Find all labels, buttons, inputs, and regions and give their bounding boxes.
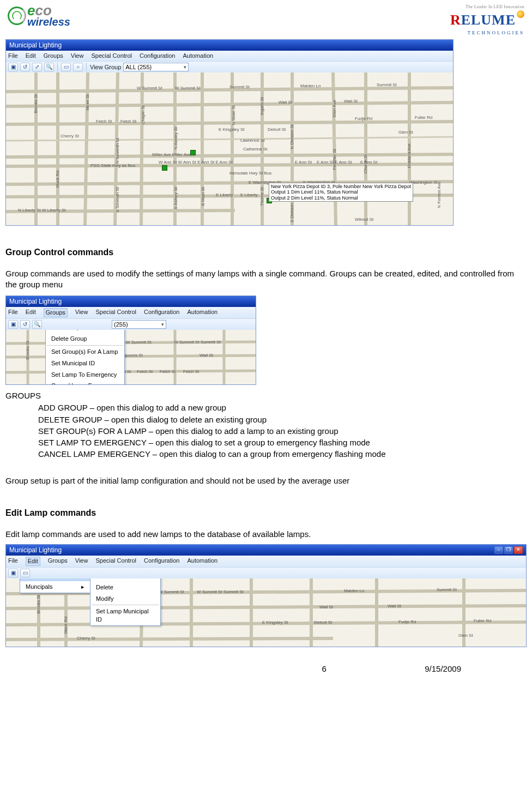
menu-groups[interactable]: Groups: [44, 308, 68, 317]
menu-item-set-lamp-emergency[interactable]: Set Lamp To Emergency: [46, 369, 124, 381]
toolbar: ▣ ▭: [6, 567, 526, 578]
menu-groups[interactable]: Groups: [44, 52, 63, 60]
viewgroup-combo[interactable]: ALL (255): [123, 63, 189, 71]
heading-group-control: Group Control commands: [5, 246, 527, 258]
map-canvas-small[interactable]: W Summit St W Summit St Summit St Spoons…: [6, 330, 256, 384]
body-text: Edit lamp commands are used to add new l…: [5, 529, 527, 540]
tool-icon[interactable]: ▭: [61, 63, 71, 71]
menu-edit[interactable]: Edit: [26, 557, 40, 566]
menu-item-delete-group[interactable]: Delete Group: [46, 333, 124, 345]
submenu-modify[interactable]: Modify: [90, 593, 160, 605]
app-window-groups-menu: Municipal Lighting File Edit Groups View…: [5, 296, 256, 385]
svg-line-3: [6, 154, 453, 157]
menu-automation[interactable]: Automation: [187, 308, 217, 317]
tool-icon[interactable]: ▣: [8, 320, 18, 329]
menubar[interactable]: File Edit Groups View Special Control Co…: [6, 307, 256, 318]
page-footer: 6 9/15/2009: [5, 664, 527, 674]
tool-icon[interactable]: 🔍: [44, 63, 54, 71]
tool-icon[interactable]: 🔍: [32, 320, 42, 329]
svg-line-21: [6, 139, 251, 141]
svg-line-32: [6, 606, 526, 608]
submenu-set-lamp-municipal-id[interactable]: Set Lamp Municipal ID: [90, 606, 160, 625]
svg-line-12: [141, 73, 142, 225]
app-window-edit-menu: Municipal Lighting – ❐ ✕ File Edit Group…: [5, 544, 527, 647]
close-button[interactable]: ✕: [514, 546, 523, 554]
lamp-tooltip: New York Pizza Depot ID 3, Pole Number N…: [269, 183, 413, 202]
menu-file[interactable]: File: [8, 52, 18, 60]
page-number: 6: [322, 664, 326, 674]
list-item: SET GROUP(s) FOR A LAMP – open this dial…: [38, 426, 527, 437]
body-text: Group setup is part of the initial lamp …: [5, 475, 527, 486]
tool-icon[interactable]: ○: [73, 63, 83, 71]
menubar[interactable]: File Edit Groups View Special Control Co…: [6, 51, 453, 61]
page-date: 9/15/2009: [425, 664, 461, 674]
svg-line-1: [6, 102, 453, 106]
menu-file[interactable]: File: [8, 308, 18, 317]
menu-view[interactable]: View: [75, 308, 88, 317]
toolbar: ▣ ↺ 🔍 (255): [6, 318, 256, 330]
menu-view[interactable]: View: [75, 557, 88, 566]
menu-automation[interactable]: Automation: [187, 557, 217, 566]
list-item: CANCEL LAMP EMERGENCY – open this dialog…: [38, 449, 527, 460]
edit-dropdown-menu: Lamps▸ Muncipals▸ Add Delete Modify Set …: [20, 578, 90, 593]
groups-list: ADD GROUP – open this dialog to add a ne…: [38, 402, 527, 460]
lamp-marker[interactable]: [190, 150, 196, 155]
titlebar[interactable]: Municipal Lighting: [6, 296, 256, 307]
menu-file[interactable]: File: [8, 557, 18, 566]
menu-special-control[interactable]: Special Control: [91, 52, 132, 60]
list-item: DELETE GROUP – open this dialog to delet…: [38, 414, 527, 425]
menu-automation[interactable]: Automation: [183, 52, 213, 60]
submenu-delete[interactable]: Delete: [90, 582, 160, 593]
minimize-button[interactable]: –: [494, 546, 503, 554]
menu-view[interactable]: View: [71, 52, 84, 60]
svg-line-2: [6, 122, 453, 124]
menu-edit[interactable]: Edit: [26, 52, 36, 60]
relume-logo: The Leader In LED Innovation RELUME TECH…: [450, 4, 524, 36]
titlebar[interactable]: Municipal Lighting – ❐ ✕: [6, 545, 526, 556]
viewgroup-combo[interactable]: (255): [112, 320, 166, 329]
map-canvas[interactable]: W Summit St W Summit St Summit St Maiden…: [6, 73, 453, 225]
map-canvas-med[interactable]: W Summit St W Summit St Summit St Maiden…: [6, 578, 526, 647]
maximize-button[interactable]: ❐: [504, 546, 513, 554]
body-text: Group commands are used to modify the se…: [5, 268, 527, 291]
menu-edit[interactable]: Edit: [26, 308, 36, 317]
window-buttons: – ❐ ✕: [494, 546, 523, 554]
svg-line-34: [6, 638, 333, 640]
swirl-icon: [8, 7, 26, 25]
menu-item-muncipals[interactable]: Muncipals▸: [20, 581, 90, 593]
list-item: SET LAMP TO EMERGENCY – open this dialog…: [38, 437, 527, 448]
menu-item-set-group-for-lamp[interactable]: Set Group(s) For A Lamp: [46, 346, 124, 358]
viewgroup-label: View Group: [90, 63, 121, 71]
menu-configuration[interactable]: Configuration: [144, 308, 179, 317]
groups-label: GROUPS: [5, 390, 527, 401]
menu-groups[interactable]: Groups: [48, 557, 68, 566]
menu-item-set-municipal-id[interactable]: Set Municipal ID: [46, 358, 124, 369]
toolbar: ▣ ↺ ⤢ 🔍 ▭ ○ View Group ALL (255): [6, 61, 453, 73]
menu-special-control[interactable]: Special Control: [95, 557, 136, 566]
page-header: eco wireless The Leader In LED Innovatio…: [5, 4, 527, 36]
tool-icon[interactable]: ↺: [20, 63, 30, 71]
svg-line-22: [251, 137, 453, 139]
menu-item-cancel-lamp-emergency[interactable]: Cancel Lamp Emergency: [46, 380, 124, 384]
tool-icon[interactable]: ⤢: [32, 63, 42, 71]
tool-icon[interactable]: ▣: [8, 63, 18, 71]
lamp-marker[interactable]: [162, 165, 167, 171]
menu-configuration[interactable]: Configuration: [140, 52, 175, 60]
heading-edit-lamp: Edit Lamp commands: [5, 507, 527, 519]
sun-icon: [517, 10, 524, 18]
menubar[interactable]: File Edit Groups View Special Control Co…: [6, 556, 526, 567]
groups-dropdown-menu: Add Group Delete Group Set Group(s) For …: [45, 330, 125, 384]
lamps-submenu: Add Delete Modify Set Lamp Municipal ID: [90, 578, 161, 626]
app-window-main-map: Municipal Lighting File Edit Groups View…: [5, 39, 454, 226]
tool-icon[interactable]: ↺: [20, 320, 30, 329]
titlebar[interactable]: Municipal Lighting: [6, 40, 453, 51]
menu-special-control[interactable]: Special Control: [95, 308, 136, 317]
window-title: Municipal Lighting: [9, 41, 62, 50]
menu-configuration[interactable]: Configuration: [144, 557, 179, 566]
eco-wireless-logo: eco wireless: [8, 4, 70, 27]
tool-icon[interactable]: ▣: [8, 569, 18, 577]
list-item: ADD GROUP – open this dialog to add a ne…: [38, 402, 527, 413]
tool-icon[interactable]: ▭: [20, 569, 30, 577]
